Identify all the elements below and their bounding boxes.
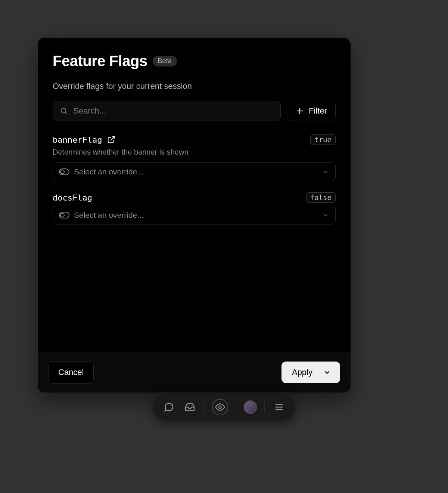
flag-item: docsFlag false Select an override... [53, 192, 336, 224]
modal-subtitle: Override flags for your current session [53, 81, 336, 91]
flag-header: docsFlag false [53, 192, 336, 203]
visibility-toggle[interactable] [212, 399, 228, 415]
apply-label: Apply [292, 368, 312, 377]
external-link-icon[interactable] [107, 136, 115, 144]
search-box[interactable] [53, 101, 281, 121]
svg-point-8 [60, 213, 64, 217]
beta-badge: Beta [153, 56, 177, 66]
flag-description: Determines whether the banner is shown [53, 148, 336, 156]
bottom-toolbar [153, 394, 295, 420]
flag-header: bannerFlag true [53, 134, 336, 145]
svg-point-9 [219, 406, 221, 409]
chevron-down-icon [322, 168, 329, 176]
filter-label: Filter [309, 106, 327, 116]
divider [265, 401, 265, 413]
flag-name-wrap: bannerFlag [53, 135, 115, 145]
svg-line-4 [111, 137, 115, 140]
flag-value-badge: false [306, 192, 336, 203]
svg-line-1 [65, 112, 67, 114]
inbox-icon[interactable] [183, 400, 197, 414]
override-placeholder: Select an override... [74, 211, 317, 220]
modal-footer: Cancel Apply [38, 352, 351, 393]
flag-item: bannerFlag true Determines whether the b… [53, 134, 336, 181]
plus-icon [295, 106, 304, 115]
flag-name: bannerFlag [53, 135, 102, 145]
avatar[interactable] [244, 400, 257, 414]
flag-value-badge: true [310, 134, 336, 145]
chat-icon[interactable] [162, 400, 176, 414]
override-select[interactable]: Select an override... [53, 162, 336, 181]
search-row: Filter [53, 101, 336, 121]
title-row: Feature Flags Beta [53, 53, 336, 69]
search-input[interactable] [73, 106, 274, 116]
filter-button[interactable]: Filter [287, 101, 336, 121]
flag-name: docsFlag [53, 193, 92, 202]
cancel-button[interactable]: Cancel [48, 361, 94, 384]
menu-icon[interactable] [273, 400, 286, 414]
feature-flags-modal: Feature Flags Beta Override flags for yo… [37, 37, 351, 393]
override-select[interactable]: Select an override... [53, 206, 336, 224]
svg-point-0 [61, 108, 66, 113]
svg-point-6 [60, 170, 64, 174]
divider [204, 401, 205, 413]
flag-name-wrap: docsFlag [53, 193, 92, 202]
modal-title: Feature Flags [53, 53, 147, 69]
toggle-icon [59, 212, 69, 218]
toggle-icon [59, 168, 69, 175]
chevron-down-icon [322, 211, 329, 219]
search-icon [60, 107, 68, 115]
chevron-down-icon [323, 368, 331, 376]
override-placeholder: Select an override... [74, 167, 317, 176]
modal-body: Feature Flags Beta Override flags for yo… [38, 38, 351, 352]
divider [236, 401, 236, 413]
apply-button[interactable]: Apply [281, 362, 340, 383]
